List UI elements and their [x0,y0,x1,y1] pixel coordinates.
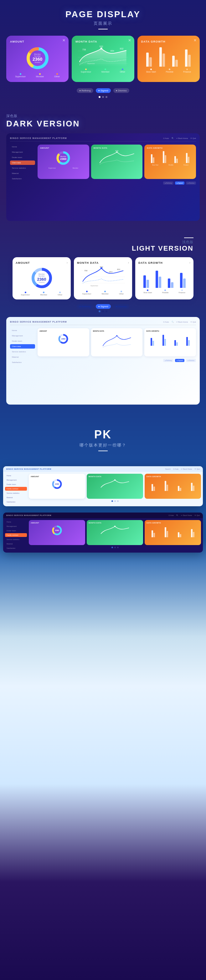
pk-dark-dot-1[interactable] [112,547,113,548]
pk-light-nav-mgmt[interactable]: Management [5,478,27,482]
dark-growth-legend-1: Slow Start [152,164,158,166]
pk-dark-growth-title: DATA GROWTH [147,522,199,524]
light-dot-2[interactable] [102,310,104,312]
light-signed-btn[interactable]: ● Signed [96,304,111,309]
dark-amount-legend-2: Member [73,167,78,169]
dark-growth-mini-card: DATA GROWTH [144,145,196,179]
light-dismiss-btn[interactable]: ● Dismiss [113,304,129,309]
bar-group-1 [146,52,152,67]
light-nav-dots [6,310,200,312]
pk-dark-nav-client[interactable]: Family contract [5,533,27,537]
pk-dark-nav-material[interactable]: Material [5,542,27,546]
dark-label-cn: 深色版 [6,114,200,118]
light-dot-3[interactable] [105,310,107,312]
title-divider [98,29,108,29]
pk-light-quit: ✕ Quit [195,468,200,470]
dark-sidebar-mgmt[interactable]: Management [10,150,35,154]
dark-signed-tag: ● Signed [175,181,184,185]
pk-light-bar-2 [164,481,168,491]
light-sidebar-dealer[interactable]: Dealer team [10,339,35,343]
pk-dark-nav-satisfaction[interactable]: Satisfaction [5,546,27,550]
pk-l-b-2b [166,485,168,491]
dark-sidebar-home[interactable]: Home [10,145,35,149]
dark-tiny-bar-4b [188,157,189,163]
dot-1[interactable] [99,96,101,98]
pk-dark-bar-1 [152,530,155,537]
pk-dark-dot-2[interactable] [114,547,116,548]
growth-card-close[interactable]: ✕ [193,38,196,43]
pk-light-amount-donut: 2360 [51,479,62,490]
light-amount-arrow[interactable]: › [67,261,68,264]
pk-l-b-2a [164,481,166,491]
dark-bar-grp-1 [151,154,154,163]
dark-bar-grp-4 [186,153,189,163]
pk-light-dot-2[interactable] [114,500,116,502]
dark-tiny-bar-1b [153,158,154,163]
dark-sidebar-satisfaction[interactable]: Satisfaction [10,177,35,181]
month-card-close[interactable]: ✕ [128,38,131,43]
pk-light-nav-dealer[interactable]: Dealer team [5,482,27,486]
pk-light-nav-client[interactable]: Family contract [5,487,27,491]
light-sidebar-satisfaction[interactable]: Satisfaction [10,360,35,364]
dark-sidebar-service[interactable]: Service statistics [10,166,35,170]
light-sidebar-client-active[interactable]: Client data [10,344,35,348]
signed-btn[interactable]: ● Signed [96,88,111,93]
pk-d-b-3a [178,532,179,537]
light-version-section: 浅色版 LIGHT VERSION AMOUNT › Member Number… [0,232,206,404]
month-dot-supervisor [85,68,87,70]
separator-1 [0,409,206,418]
growth-label: DATA GROWTH [141,40,166,43]
pk-dark-bar-4 [191,529,195,537]
dismiss-btn[interactable]: ● Dismiss [113,88,129,93]
pk-light-nav-material[interactable]: Material [5,496,27,500]
svg-point-11 [101,48,102,49]
light-month-arrow[interactable]: › [128,261,129,264]
light-growth-arrow[interactable]: › [189,261,190,264]
light-sidebar-home[interactable]: Home [10,328,35,332]
pk-light-growth-title: DATA GROWTH [147,476,199,477]
pk-light-nav-home[interactable]: Home [5,474,27,477]
dark-sidebar-dealer[interactable]: Dealer team [10,155,35,159]
dark-sidebar-material[interactable]: Material [10,171,35,175]
pk-dark-amount-num: 2360 [55,530,59,531]
pk-light-amount-title: AMOUNT [31,476,83,477]
pk-dark-quit: ✕ Quit [195,514,200,516]
light-tiny-bar-3a [174,340,176,346]
light-sidebar: Home Management Dealer team Client data … [10,328,35,366]
pk-dark-content: AMOUNT 2360 MONTH DATA [29,520,201,551]
pk-light-nav-satisfaction[interactable]: Satisfaction [5,500,27,504]
refining-btn[interactable]: ● Refining [77,88,93,93]
light-dot-1[interactable] [99,310,101,312]
pk-dark-nav-service[interactable]: Service statistics [5,538,27,541]
light-growth-mini-bars [146,333,194,346]
pk-light-dot-1[interactable] [112,500,113,502]
light-sidebar-material[interactable]: Material [10,355,35,359]
light-bar-4a [180,273,182,288]
pk-light-dot-3[interactable] [117,500,119,502]
dark-amount-legend-1: Supervisor [48,167,56,169]
pk-light-back: ↩ Back Home [181,468,192,470]
pk-light-nav-service[interactable]: Service statistics [5,491,27,495]
light-growth-leg-1: Slow Start [144,290,152,293]
pk-d-b-4b [193,532,195,537]
dark-title: DARK VERSION [6,119,200,129]
light-month-label: MONTH DATA [77,261,99,264]
light-cards-row: AMOUNT › Member Number 2360 Detailed [6,257,200,299]
hero-nav-dots [6,96,200,98]
pk-dark-header: BINGO SERVICE MANAGEMENT PLATFORM ⊙ Auto… [3,512,203,518]
pk-dark-nav-home[interactable]: Home [5,520,27,524]
page-display-section: PAGE DISPLAY 页面展示 AMOUNT ✕ Member Number… [0,0,206,107]
amount-card-close[interactable]: ✕ [62,38,65,43]
dot-2[interactable] [102,96,104,98]
pk-dark-nav-mgmt[interactable]: Management [5,524,27,528]
pk-dark-dot-3[interactable] [117,547,119,548]
nav-buttons-row: ● Refining ● Signed ● Dismiss [6,88,200,93]
pk-dark-nav-dealer[interactable]: Dealer team [5,529,27,533]
dark-mini-donut-text: Member 2360 [60,156,66,161]
light-sidebar-mgmt[interactable]: Management [10,334,35,338]
light-sidebar-service[interactable]: Service statistics [10,350,35,354]
light-refining-btn[interactable]: ● Refining [77,304,93,309]
amount-donut: Member Number 2360 Detailed [25,46,50,71]
dot-3[interactable] [105,96,107,98]
dark-sidebar-client[interactable]: Client data [10,161,35,165]
